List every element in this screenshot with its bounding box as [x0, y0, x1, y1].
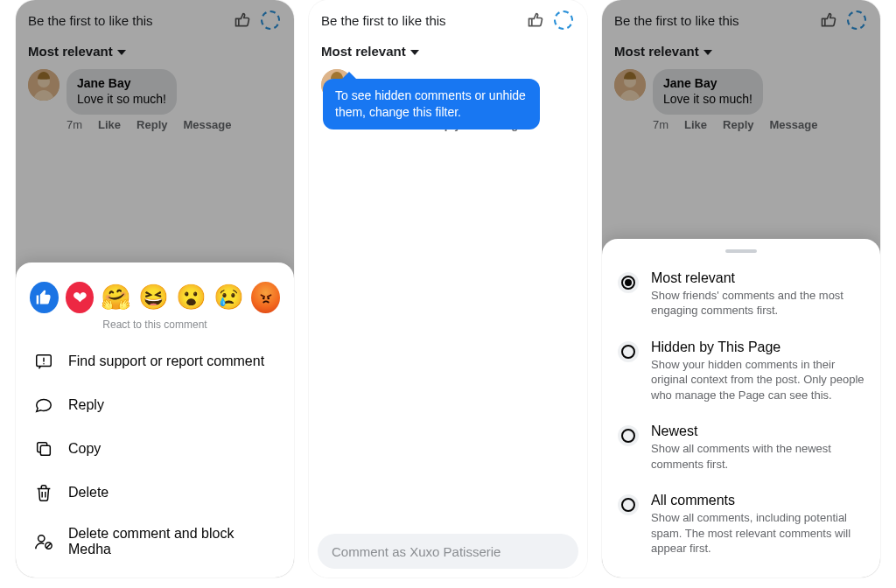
- comment-like-button[interactable]: Like: [684, 118, 707, 131]
- option-label: Delete: [68, 485, 108, 500]
- like-prompt: Be the first to like this: [614, 13, 739, 28]
- comment-actions: 7m Like Reply Message: [602, 115, 880, 131]
- filter-option-most-relevant[interactable]: Most relevant Show friends' comments and…: [614, 262, 868, 331]
- like-icon[interactable]: [231, 9, 254, 32]
- comment-text: Love it so much!: [663, 92, 752, 106]
- svg-point-2: [262, 298, 265, 300]
- comment-item[interactable]: Jane Bay Love it so much!: [602, 67, 880, 115]
- composer-placeholder: Comment as Xuxo Patisserie: [332, 544, 500, 559]
- comment-filter-selector[interactable]: Most relevant: [16, 35, 294, 67]
- comment-action-sheet: ❤ 🤗 😆 😮 😢 React to this comment Find sup…: [16, 262, 294, 578]
- screen-filter-tooltip: Be the first to like this Most relevant …: [309, 0, 587, 578]
- comment-author: Jane Bay: [663, 76, 752, 92]
- comment-time: 7m: [653, 118, 668, 131]
- reaction-angry[interactable]: [251, 282, 280, 313]
- comment-filter-selector[interactable]: Most relevant: [602, 35, 880, 67]
- option-delete-and-block[interactable]: Delete comment and block Medha: [30, 514, 280, 569]
- svg-point-3: [267, 298, 270, 300]
- comment-message-button[interactable]: Message: [183, 118, 231, 131]
- comments-pane: Be the first to like this Most relevant …: [309, 0, 587, 578]
- screen-filter-picker: Be the first to like this Most relevant …: [602, 0, 880, 578]
- comment-bubble: Jane Bay Love it so much!: [653, 69, 763, 115]
- svg-point-6: [38, 536, 45, 542]
- settings-icon[interactable]: [259, 9, 282, 32]
- avatar: [28, 69, 60, 101]
- block-user-icon: [33, 531, 54, 552]
- react-caption: React to this comment: [30, 315, 280, 340]
- radio-selected-icon: [618, 272, 639, 293]
- trash-icon: [33, 482, 54, 503]
- like-summary-row: Be the first to like this: [602, 0, 880, 35]
- option-label: Find support or report comment: [68, 354, 264, 369]
- comment-item[interactable]: Jane Bay Love it so much!: [16, 67, 294, 115]
- like-icon[interactable]: [524, 9, 547, 32]
- filter-title: Most relevant: [651, 270, 864, 286]
- comment-author: Jane Bay: [77, 76, 166, 92]
- tooltip-text: To see hidden comments or unhide them, c…: [335, 88, 526, 119]
- reaction-haha[interactable]: 😆: [138, 282, 169, 313]
- chevron-down-icon: [704, 50, 712, 55]
- reaction-bar: ❤ 🤗 😆 😮 😢: [30, 278, 280, 315]
- like-summary-row: Be the first to like this: [16, 0, 294, 35]
- filter-title: Newest: [651, 424, 864, 439]
- comment-like-button[interactable]: Like: [98, 118, 121, 131]
- settings-icon[interactable]: [845, 9, 868, 32]
- filter-label: Most relevant: [321, 44, 406, 59]
- option-label: Delete comment and block Medha: [68, 526, 276, 557]
- avatar: [614, 69, 646, 101]
- comment-filter-selector[interactable]: Most relevant: [309, 35, 587, 67]
- filter-desc: Show friends' comments and the most enga…: [651, 288, 864, 318]
- reaction-wow[interactable]: 😮: [176, 282, 206, 313]
- comment-message-button[interactable]: Message: [769, 118, 817, 131]
- filter-tooltip: To see hidden comments or unhide them, c…: [323, 79, 540, 130]
- filter-option-newest[interactable]: Newest Show all comments with the newest…: [614, 415, 868, 484]
- like-prompt: Be the first to like this: [321, 13, 446, 28]
- filter-title: Hidden by This Page: [651, 340, 864, 355]
- radio-unselected-icon: [618, 341, 639, 362]
- reaction-like[interactable]: [30, 282, 59, 313]
- screen-comment-actions: Be the first to like this Most relevant …: [16, 0, 294, 578]
- comment-reply-button[interactable]: Reply: [723, 118, 753, 131]
- filter-desc: Show all comments, including potential s…: [651, 510, 864, 556]
- svg-rect-5: [40, 445, 50, 455]
- comment-bubble: Jane Bay Love it so much!: [66, 69, 177, 115]
- filter-option-hidden[interactable]: Hidden by This Page Show your hidden com…: [614, 331, 868, 416]
- reply-icon: [33, 395, 54, 416]
- like-icon[interactable]: [817, 9, 840, 32]
- option-label: Copy: [68, 441, 101, 457]
- radio-unselected-icon: [618, 425, 639, 446]
- option-label: Reply: [68, 397, 104, 413]
- like-prompt: Be the first to like this: [28, 13, 153, 28]
- reaction-love[interactable]: ❤: [66, 282, 94, 313]
- filter-desc: Show your hidden comments in their origi…: [651, 357, 864, 403]
- filter-picker-sheet: Most relevant Show friends' comments and…: [602, 239, 880, 578]
- chevron-down-icon: [410, 50, 419, 55]
- comment-reply-button[interactable]: Reply: [136, 118, 167, 131]
- reaction-care[interactable]: 🤗: [101, 282, 131, 313]
- chevron-down-icon: [117, 50, 126, 55]
- copy-icon: [33, 438, 54, 459]
- option-copy[interactable]: Copy: [30, 427, 280, 471]
- option-reply[interactable]: Reply: [30, 383, 280, 427]
- reaction-sad[interactable]: 😢: [214, 282, 244, 313]
- radio-unselected-icon: [618, 494, 639, 515]
- filter-label: Most relevant: [614, 44, 699, 59]
- report-icon: [33, 351, 54, 372]
- filter-title: All comments: [651, 493, 864, 508]
- like-summary-row: Be the first to like this: [309, 0, 587, 35]
- comment-composer[interactable]: Comment as Xuxo Patisserie: [318, 534, 578, 569]
- sheet-grabber[interactable]: [725, 249, 757, 253]
- filter-desc: Show all comments with the newest commen…: [651, 441, 864, 472]
- filter-option-all[interactable]: All comments Show all comments, includin…: [614, 484, 868, 569]
- comment-text: Love it so much!: [77, 92, 166, 106]
- settings-icon[interactable]: [552, 9, 575, 32]
- option-delete[interactable]: Delete: [30, 471, 280, 514]
- filter-label: Most relevant: [28, 44, 113, 59]
- comment-time: 7m: [66, 118, 82, 131]
- comment-actions: 7m Like Reply Message: [16, 115, 294, 131]
- option-report[interactable]: Find support or report comment: [30, 340, 280, 383]
